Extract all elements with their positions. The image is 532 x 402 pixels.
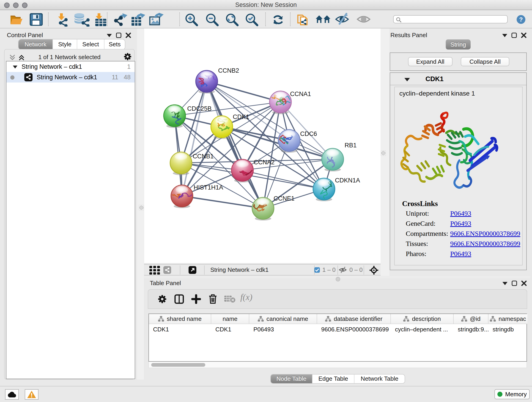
svg-text:CCNA2: CCNA2 bbox=[254, 159, 275, 166]
svg-text:CCNE1: CCNE1 bbox=[273, 195, 295, 202]
svg-text:CDC25B: CDC25B bbox=[187, 105, 212, 112]
svg-text:CCNB1: CCNB1 bbox=[193, 153, 214, 160]
svg-text:CCNA1: CCNA1 bbox=[290, 90, 311, 97]
svg-text:?: ? bbox=[519, 16, 523, 23]
svg-text:RB1: RB1 bbox=[345, 142, 357, 149]
svg-text:CDK1: CDK1 bbox=[233, 114, 249, 120]
svg-text:CCNB2: CCNB2 bbox=[218, 67, 239, 74]
svg-text:HIST1H1A: HIST1H1A bbox=[194, 184, 223, 191]
svg-text:CDC6: CDC6 bbox=[300, 130, 317, 137]
svg-text:CDKN1A: CDKN1A bbox=[335, 177, 360, 184]
